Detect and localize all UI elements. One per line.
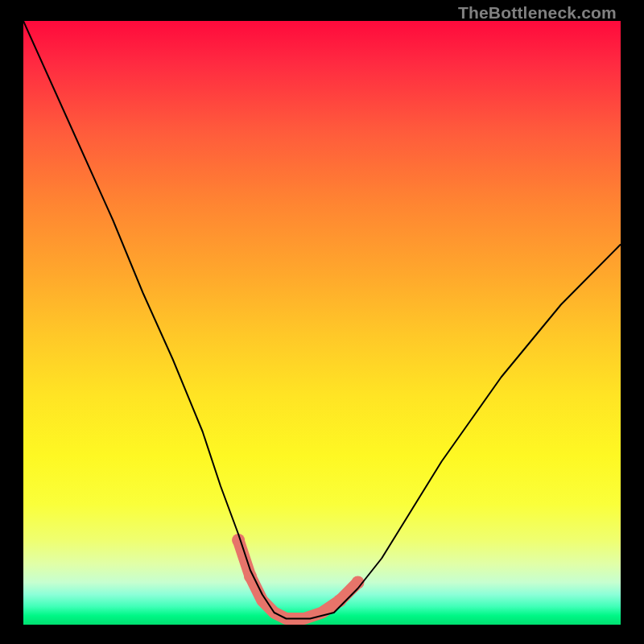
curve-svg	[23, 21, 621, 625]
watermark-text: TheBottleneck.com	[458, 3, 617, 23]
optimal-region-dots	[232, 534, 364, 607]
bottleneck-curve	[23, 21, 621, 619]
optimal-region-dot	[333, 594, 346, 607]
plot-area	[23, 21, 621, 625]
chart-frame: TheBottleneck.com	[0, 0, 644, 644]
